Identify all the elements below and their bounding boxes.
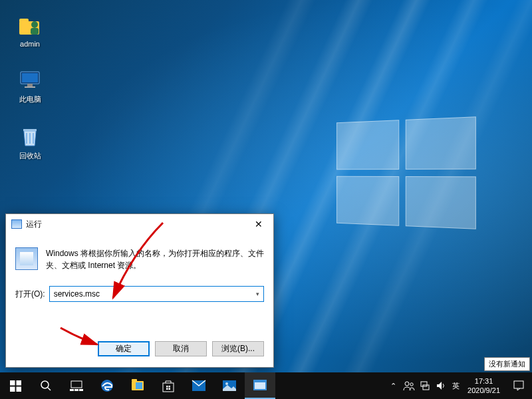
- desktop-icon-label: admin: [20, 40, 40, 48]
- tooltip-text: 没有新通知: [489, 360, 525, 368]
- run-command-icon: [15, 247, 38, 270]
- monitor-icon: [18, 68, 42, 92]
- clock-date: 2020/9/21: [467, 386, 500, 395]
- svg-point-30: [405, 382, 409, 386]
- taskbar-run-dialog[interactable]: [245, 372, 275, 399]
- notification-icon: [513, 380, 525, 392]
- ime-label: 英: [452, 381, 460, 391]
- search-button[interactable]: [31, 372, 61, 399]
- svg-rect-7: [25, 86, 35, 88]
- edge-icon: [100, 378, 114, 393]
- svg-rect-22: [169, 386, 171, 388]
- svg-point-31: [410, 383, 413, 386]
- search-icon: [40, 380, 52, 392]
- task-view-icon: [70, 380, 83, 391]
- svg-rect-6: [27, 84, 33, 86]
- svg-rect-11: [10, 386, 15, 392]
- photos-icon: [222, 380, 237, 392]
- chevron-up-icon: ⌃: [390, 382, 396, 390]
- chevron-down-icon: ▾: [256, 291, 259, 297]
- notification-tooltip: 没有新通知: [484, 357, 530, 371]
- desktop-icons: admin 此电脑 回收站: [10, 13, 50, 161]
- dialog-body: Windows 将根据你所输入的名称，为你打开相应的程序、文件夹、文档或 Int…: [6, 234, 273, 302]
- tray-overflow[interactable]: ⌃: [385, 372, 401, 399]
- svg-rect-16: [70, 389, 74, 391]
- svg-rect-3: [31, 28, 39, 35]
- desktop-icon-this-pc[interactable]: 此电脑: [10, 68, 50, 104]
- windows-logo-icon: [10, 380, 21, 392]
- tray-clock[interactable]: 17:31 2020/9/21: [462, 376, 505, 395]
- svg-point-2: [31, 21, 38, 28]
- dialog-button-row: 确定 取消 浏览(B)...: [98, 341, 264, 356]
- close-button[interactable]: ✕: [244, 214, 273, 234]
- tray-ime[interactable]: 英: [449, 372, 462, 399]
- svg-rect-8: [23, 129, 37, 131]
- ok-button[interactable]: 确定: [98, 341, 150, 356]
- desktop-icon-recycle-bin[interactable]: 回收站: [10, 124, 50, 161]
- svg-rect-17: [74, 389, 78, 391]
- desktop-icon-admin[interactable]: admin: [10, 13, 50, 48]
- svg-rect-21: [166, 386, 168, 388]
- task-view-button[interactable]: [61, 372, 92, 399]
- store-icon: [162, 379, 175, 392]
- taskbar-store[interactable]: [153, 372, 184, 399]
- taskbar: ⌃ 英 17:31 2020/9/21: [0, 372, 532, 399]
- tray-people[interactable]: [401, 372, 417, 399]
- wallpaper-windows-logo: [336, 116, 476, 229]
- recycle-bin-icon: [18, 124, 42, 148]
- svg-line-14: [48, 388, 51, 390]
- svg-rect-32: [421, 382, 427, 386]
- svg-rect-1: [19, 19, 29, 23]
- start-button[interactable]: [0, 372, 31, 399]
- folder-icon: [132, 381, 144, 390]
- taskbar-mail[interactable]: [184, 372, 214, 399]
- tray-network[interactable]: [417, 372, 433, 399]
- svg-rect-20: [163, 383, 174, 392]
- volume-icon: [436, 380, 446, 391]
- open-input[interactable]: [49, 286, 264, 302]
- svg-rect-12: [16, 386, 21, 392]
- clock-time: 17:31: [467, 376, 500, 386]
- taskbar-photos[interactable]: [214, 372, 245, 399]
- cancel-button[interactable]: 取消: [155, 341, 207, 356]
- run-dialog: 运行 ✕ Windows 将根据你所输入的名称，为你打开相应的程序、文件夹、文档…: [5, 213, 274, 368]
- tray-action-center[interactable]: [505, 372, 532, 399]
- svg-rect-18: [79, 389, 83, 391]
- close-icon: ✕: [255, 219, 263, 229]
- svg-rect-15: [71, 381, 82, 388]
- svg-rect-5: [22, 73, 38, 82]
- svg-rect-33: [423, 385, 429, 390]
- svg-rect-9: [10, 380, 15, 386]
- mail-icon: [192, 380, 206, 392]
- open-label: 打开(O):: [15, 289, 45, 300]
- desktop-icon-label: 回收站: [19, 151, 41, 161]
- svg-rect-34: [514, 381, 523, 388]
- network-icon: [420, 380, 430, 391]
- dropdown-button[interactable]: ▾: [251, 287, 263, 301]
- svg-point-27: [225, 382, 228, 385]
- dialog-description: Windows 将根据你所输入的名称，为你打开相应的程序、文件夹、文档或 Int…: [46, 247, 264, 271]
- tray-volume[interactable]: [433, 372, 449, 399]
- run-dialog-icon: [11, 219, 22, 229]
- svg-rect-29: [255, 382, 265, 389]
- desktop-icon-label: 此电脑: [19, 94, 41, 104]
- system-tray: ⌃ 英 17:31 2020/9/21: [385, 372, 532, 399]
- svg-point-13: [41, 381, 49, 388]
- dialog-titlebar[interactable]: 运行 ✕: [6, 214, 273, 234]
- taskbar-file-explorer[interactable]: [122, 372, 153, 399]
- people-icon: [403, 380, 415, 391]
- svg-rect-10: [16, 380, 21, 386]
- dialog-title-text: 运行: [26, 219, 42, 230]
- browse-button[interactable]: 浏览(B)...: [212, 341, 264, 356]
- svg-rect-24: [169, 388, 171, 390]
- user-folder-icon: [18, 13, 42, 37]
- run-window-icon: [253, 380, 267, 390]
- svg-rect-23: [166, 388, 168, 390]
- taskbar-edge[interactable]: [92, 372, 122, 399]
